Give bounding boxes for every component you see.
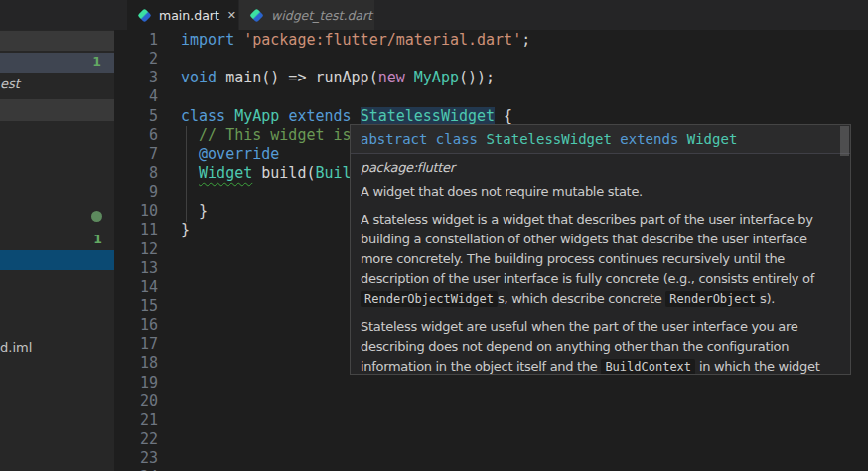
- tab-label: widget_test.dart: [271, 8, 372, 23]
- file-label-test[interactable]: est: [0, 77, 20, 91]
- line-number[interactable]: 14: [114, 278, 158, 297]
- tab-label: main.dart: [159, 8, 219, 23]
- scrollbar-thumb[interactable]: [840, 126, 849, 156]
- code-text: class MyApp extends StatelessWidget {: [181, 107, 512, 126]
- docs-line: A stateless widget is a widget that desc…: [361, 210, 840, 230]
- docs-paragraph-1: A stateless widget is a widget that desc…: [361, 210, 840, 309]
- explorer-sidebar: 1 est 1 d.iml: [0, 30, 114, 471]
- docs-summary: A widget that does not require mutable s…: [361, 182, 840, 202]
- code-line[interactable]: 20: [114, 392, 868, 411]
- line-number[interactable]: 17: [114, 335, 158, 354]
- code-line[interactable]: 23: [114, 449, 868, 468]
- line-number[interactable]: 16: [114, 316, 158, 335]
- line-number[interactable]: 23: [114, 449, 158, 468]
- code-text: import 'package:flutter/material.dart';: [181, 31, 530, 50]
- code-line[interactable]: 2: [114, 50, 868, 69]
- line-number[interactable]: 22: [114, 430, 158, 449]
- docs-line: description of the user interface is ful…: [361, 269, 840, 289]
- explorer-row[interactable]: [0, 99, 114, 121]
- line-number[interactable]: 1: [114, 31, 158, 50]
- code-line[interactable]: 4: [114, 87, 868, 106]
- line-number[interactable]: 19: [114, 374, 158, 392]
- line-number[interactable]: 12: [114, 240, 158, 259]
- line-number[interactable]: 7: [114, 145, 158, 164]
- code-text: // This widget is: [181, 126, 361, 145]
- git-badge: 1: [93, 232, 102, 246]
- line-number[interactable]: 18: [114, 354, 158, 373]
- tab-main-dart[interactable]: main.dart ✕: [127, 0, 238, 30]
- vscode-window: main.dart ✕ widget_test.dart 1 est 1: [0, 0, 868, 471]
- docs-line: RenderObjectWidgets, which describe conc…: [361, 289, 840, 309]
- line-number[interactable]: 10: [114, 202, 158, 221]
- explorer-row[interactable]: [0, 31, 114, 51]
- code-text: }: [181, 221, 190, 239]
- code-line[interactable]: 21: [114, 411, 868, 430]
- line-number[interactable]: 20: [114, 392, 158, 411]
- docs-line: describing does not depend on anything o…: [361, 337, 840, 357]
- file-label-iml[interactable]: d.iml: [0, 340, 32, 355]
- inline-code: RenderObjectWidget: [361, 291, 498, 307]
- close-icon[interactable]: ✕: [227, 9, 236, 22]
- tab-widget-test-dart[interactable]: widget_test.dart: [239, 0, 374, 30]
- code-line[interactable]: 19: [114, 374, 868, 392]
- line-number[interactable]: 11: [114, 221, 158, 239]
- hover-signature: abstract class StatelessWidget extends W…: [351, 125, 850, 154]
- code-line[interactable]: 5class MyApp extends StatelessWidget {: [114, 107, 868, 126]
- docs-paragraph-2: Stateless widget are useful when the par…: [361, 317, 840, 375]
- docs-line: information in the object itself and the…: [361, 357, 840, 375]
- line-number[interactable]: 8: [114, 164, 158, 183]
- code-text: Widget build(Build: [181, 164, 361, 183]
- inline-code: BuildContext: [601, 359, 695, 375]
- hover-docs: package:flutter A widget that does not r…: [351, 154, 850, 375]
- explorer-row-selected[interactable]: [0, 250, 114, 270]
- line-number[interactable]: 4: [114, 87, 158, 106]
- hover-tooltip: abstract class StatelessWidget extends W…: [350, 124, 851, 375]
- dart-icon: [137, 8, 152, 23]
- docs-line: A widget that does not require mutable s…: [361, 182, 840, 202]
- line-number[interactable]: 13: [114, 259, 158, 278]
- docs-line: more concretely. The building process co…: [361, 249, 840, 269]
- line-number[interactable]: 2: [114, 50, 158, 69]
- line-number[interactable]: 15: [114, 297, 158, 316]
- code-line[interactable]: 3void main() => runApp(new MyApp());: [114, 69, 868, 87]
- package-label: package:flutter: [361, 158, 840, 178]
- editor-tab-bar: main.dart ✕ widget_test.dart: [0, 0, 868, 30]
- code-line[interactable]: 1import 'package:flutter/material.dart';: [114, 31, 868, 50]
- git-badge: 1: [92, 54, 101, 69]
- code-text: }: [181, 202, 208, 221]
- line-number[interactable]: 9: [114, 183, 158, 202]
- docs-line: building a constellation of other widget…: [361, 230, 840, 249]
- explorer-row-highlighted[interactable]: 1: [0, 53, 114, 73]
- modified-dot-icon: [91, 211, 102, 222]
- code-text: void main() => runApp(new MyApp());: [181, 69, 495, 87]
- code-text: @override: [181, 145, 279, 164]
- inline-code: RenderObject: [665, 291, 760, 307]
- line-number[interactable]: 3: [114, 69, 158, 87]
- line-number[interactable]: 6: [114, 126, 158, 145]
- docs-line: Stateless widget are useful when the par…: [361, 317, 840, 337]
- line-number[interactable]: 5: [114, 107, 158, 126]
- code-line[interactable]: 22: [114, 430, 868, 449]
- line-number[interactable]: 21: [114, 411, 158, 430]
- dart-icon: [249, 8, 264, 23]
